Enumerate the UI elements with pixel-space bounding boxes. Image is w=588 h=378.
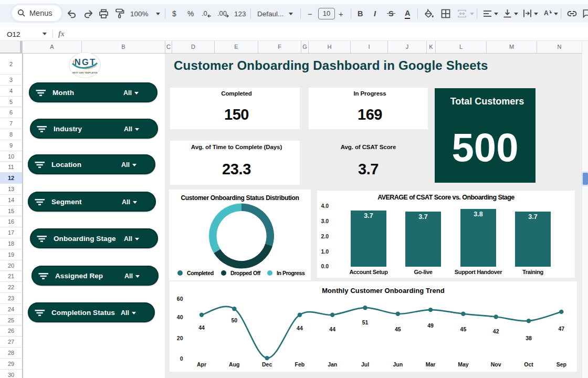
- svg-text:NEXT GEN TEMPLATES: NEXT GEN TEMPLATES: [72, 72, 98, 74]
- svg-text:NGT: NGT: [75, 57, 96, 67]
- svg-text:A: A: [544, 9, 549, 17]
